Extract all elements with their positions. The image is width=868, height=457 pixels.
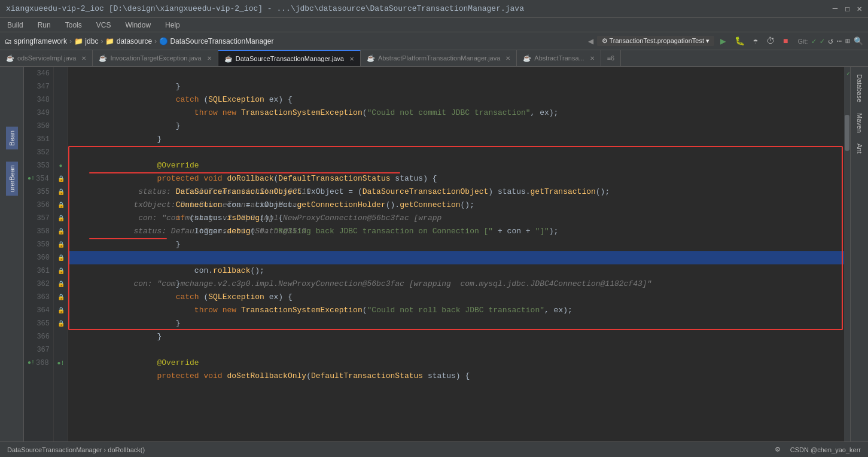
nav-arrow-left[interactable]: ◀ (588, 37, 593, 45)
git-check1[interactable]: ✓ (812, 36, 817, 46)
tab-abstract[interactable]: ☕ AbstractPlatformTransactionManager.jav… (361, 50, 517, 66)
scrollbar-vertical[interactable]: ✓ (844, 67, 850, 441)
coverage-button[interactable]: ☂ (751, 35, 760, 47)
menu-vcs[interactable]: VCS (94, 20, 114, 31)
git-more[interactable]: ⋯ (837, 36, 842, 46)
line-363: throw new TransactionSystemException("Co… (68, 291, 850, 304)
menu-bar: Build Run Tools VCS Window Help (0, 18, 868, 32)
gutter-lock-360: 🔒 (57, 254, 65, 261)
tab-close-odsservice[interactable]: ✕ (81, 55, 86, 62)
line-351 (68, 133, 850, 146)
tab-odsservice[interactable]: ☕ odsServiceImpl.java ✕ (0, 50, 93, 66)
tab-bar: ☕ odsServiceImpl.java ✕ ☕ InvocationTarg… (0, 50, 868, 67)
status-gear[interactable]: ⚙ (775, 446, 781, 453)
right-tab-database[interactable]: Database (854, 69, 866, 107)
status-breadcrumb: DataSourceTransactionManager › doRollbac… (7, 446, 145, 453)
code-container: 346 347 348 349 350 351 352 353 ●! 354 3… (24, 67, 850, 441)
nav-controls: ◀ ⚙ TransactionTest.propagationTest ▾ ▶ … (588, 34, 863, 48)
gutter-lock-357: 🔒 (57, 215, 65, 222)
line-366 (68, 330, 850, 343)
tab-close-abstract[interactable]: ✕ (505, 55, 510, 62)
maximize-button[interactable]: ☐ (845, 4, 849, 14)
status-right: ⚙ CSDN @chen_yao_kerr (775, 446, 861, 453)
stop-button[interactable]: ■ (781, 35, 790, 47)
line-368: protected void doSetRollbackOnly(Default… (68, 357, 850, 370)
status-csdn: CSDN @chen_yao_kerr (790, 446, 861, 453)
gutter: ● 🔒 🔒 🔒 🔒 🔒 🔒 (54, 67, 68, 441)
git-check2[interactable]: ✓ (820, 36, 824, 46)
left-side-panel: Bean urerBean (0, 67, 24, 441)
gutter-lock-359: 🔒 (57, 241, 65, 248)
line-364: } (68, 304, 850, 317)
bc-jdbc[interactable]: 📁 jdbc (74, 37, 98, 45)
left-tab-bean[interactable]: Bean (6, 127, 18, 150)
gutter-lock-358: 🔒 (57, 228, 65, 235)
run-config[interactable]: ⚙ TransactionTest.propagationTest ▾ (597, 36, 714, 46)
git-revert[interactable]: ↺ (828, 36, 833, 46)
gutter-lock-362: 🔒 (57, 281, 65, 288)
line-346: } (68, 67, 850, 80)
title-bar-title: xiangxueedu-vip-2_ioc [D:\design\xiangxu… (6, 4, 524, 13)
breakpoint-353[interactable]: ● (59, 163, 62, 169)
editor-area: 346 347 348 349 350 351 352 353 ●! 354 3… (24, 67, 850, 441)
line-359: try { (68, 238, 850, 251)
right-tab-maven[interactable]: Maven (854, 108, 866, 138)
tab-close-abstracttransac[interactable]: ✕ (590, 55, 595, 62)
line-354: DataSourceTransactionObject txObject = (… (68, 172, 850, 185)
line-356: if (status.isDebug()) { status: DefaultT… (68, 199, 850, 212)
line-362: catch (SQLException ex) { (68, 278, 850, 291)
nav-bar: 🗂 springframework › 📁 jdbc › 📁 datasourc… (0, 32, 868, 50)
bc-class[interactable]: 🔵 DataSourceTransactionManager (159, 37, 273, 45)
menu-window[interactable]: Window (123, 20, 153, 31)
line-355: Connection con = txObject.getConnectionH… (68, 185, 850, 199)
gutter-lock-355: 🔒 (57, 188, 65, 196)
tab-invocation[interactable]: ☕ InvocationTargetException.java ✕ (93, 50, 218, 66)
gutter-lock-365: 🔒 (57, 320, 65, 327)
profile-button[interactable]: ⏱ (764, 35, 777, 47)
gutter-lock-356: 🔒 (57, 202, 65, 209)
tab-datasource[interactable]: ☕ DataSourceTransactionManager.java ✕ (218, 50, 361, 66)
menu-tools[interactable]: Tools (63, 20, 84, 31)
status-bar: DataSourceTransactionManager › doRollbac… (0, 441, 868, 457)
line-361: } (68, 264, 850, 278)
minimize-button[interactable]: — (833, 4, 837, 14)
git-label: Git: (798, 38, 808, 45)
error-underline-355 (89, 172, 400, 173)
tab-close-datasource[interactable]: ✕ (349, 56, 354, 62)
breakpoint-368[interactable]: ●! (57, 360, 64, 367)
tab-close-invocation[interactable]: ✕ (207, 55, 212, 62)
right-panel: Database Maven Ant (850, 67, 868, 441)
code-lines-container: } catch (SQLException ex) { throw new Tr… (68, 67, 850, 441)
error-underline-360 (89, 238, 167, 239)
line-349: } (68, 106, 850, 120)
line-numbers: 346 347 348 349 350 351 352 353 ●! 354 3… (24, 67, 54, 441)
search-button[interactable]: 🔍 (854, 36, 863, 46)
run-button[interactable]: ▶ (718, 34, 729, 48)
gutter-lock-364: 🔒 (57, 307, 65, 314)
line-360: con.rollback(); con: "com.mchange.v2.c3p… (68, 251, 850, 264)
line-352: @Override (68, 146, 850, 159)
tab-more[interactable]: ≡6 (601, 50, 622, 66)
line-348: throw new TransactionSystemException("Co… (68, 93, 850, 106)
bc-spring[interactable]: 🗂 springframework (5, 37, 67, 45)
line-365: } (68, 317, 850, 330)
line-357: logger.debug( 0: "Rolling back JDBC tran… (68, 212, 850, 225)
left-tab-urerbean[interactable]: urerBean (6, 162, 18, 196)
layout-button[interactable]: ⊞ (845, 36, 850, 46)
gutter-lock-354: 🔒 (57, 175, 65, 182)
bc-datasource[interactable]: 📁 datasource (105, 37, 152, 45)
line-367: @Override (68, 343, 850, 357)
breadcrumb: 🗂 springframework › 📁 jdbc › 📁 datasourc… (5, 37, 273, 45)
close-button[interactable]: ✕ (857, 4, 862, 14)
debug-button[interactable]: 🐛 (732, 35, 747, 47)
title-bar-controls[interactable]: — ☐ ✕ (833, 4, 862, 14)
line-350: } (68, 120, 850, 133)
right-tab-ant[interactable]: Ant (854, 139, 866, 159)
menu-help[interactable]: Help (163, 20, 182, 31)
title-bar: xiangxueedu-vip-2_ioc [D:\design\xiangxu… (0, 0, 868, 18)
tab-abstracttransac[interactable]: ☕ AbstractTransa... ✕ (517, 50, 601, 66)
menu-run[interactable]: Run (35, 20, 53, 31)
menu-build[interactable]: Build (5, 20, 26, 31)
scrollbar-thumb[interactable] (845, 115, 849, 151)
main-layout: Bean urerBean 346 347 348 349 350 351 35… (0, 67, 868, 441)
